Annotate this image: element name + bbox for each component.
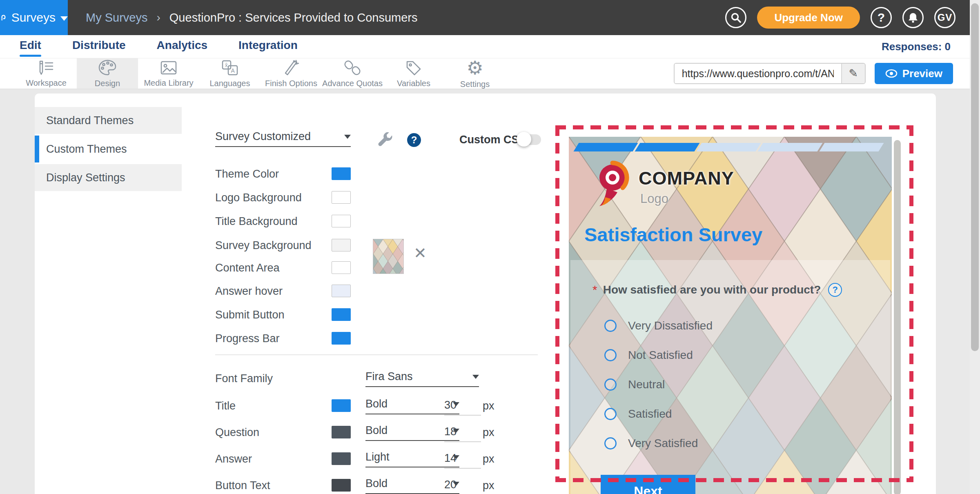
upgrade-now-button[interactable]: Upgrade Now bbox=[757, 7, 860, 29]
title-size-input[interactable]: 30 bbox=[444, 399, 481, 416]
sidebar-item-standard-themes[interactable]: Standard Themes bbox=[35, 107, 182, 134]
preview-scrollbar-thumb[interactable] bbox=[894, 140, 901, 494]
top-bar: Surveys My Surveys › QuestionPro : Servi… bbox=[0, 0, 980, 35]
toolbar-item-languages[interactable]: x̂ A Languages bbox=[199, 58, 261, 89]
progress-segment bbox=[758, 143, 823, 151]
tab-distribute[interactable]: Distribute bbox=[72, 39, 126, 54]
wrench-icon[interactable] bbox=[376, 131, 394, 149]
answer-option[interactable]: Very Satisfied bbox=[604, 437, 698, 450]
toolbar-item-media-library[interactable]: Media Library bbox=[138, 58, 199, 89]
answer-option[interactable]: Neutral bbox=[604, 378, 665, 391]
help-button[interactable]: ? bbox=[871, 7, 892, 28]
toolbar-item-advance-quotas[interactable]: Advance Quotas bbox=[322, 58, 383, 89]
notifications-button[interactable] bbox=[902, 7, 924, 28]
answer-size-input[interactable]: 14 bbox=[444, 452, 481, 469]
svg-text:x̂: x̂ bbox=[225, 62, 228, 68]
workspace-icon bbox=[37, 60, 55, 76]
title-color-swatch[interactable] bbox=[332, 399, 351, 412]
button-text-size-input[interactable]: 20 bbox=[444, 478, 481, 494]
responses-count[interactable]: Responses: 0 bbox=[882, 40, 980, 53]
answer-option[interactable]: Satisfied bbox=[604, 407, 672, 421]
toolbar-item-label: Advance Quotas bbox=[322, 79, 383, 88]
toolbar-item-label: Settings bbox=[460, 80, 490, 89]
logo-background-swatch[interactable] bbox=[332, 191, 351, 204]
font-family-label: Font Family bbox=[215, 372, 273, 385]
survey-background-swatch[interactable] bbox=[332, 239, 351, 251]
eye-icon bbox=[885, 69, 898, 78]
survey-url-input[interactable] bbox=[675, 64, 841, 83]
answer-option-label: Very Satisfied bbox=[628, 437, 698, 450]
account-avatar[interactable]: GV bbox=[934, 7, 956, 28]
custom-css-toggle[interactable] bbox=[517, 133, 541, 145]
svg-text:A: A bbox=[231, 67, 235, 74]
question-color-swatch[interactable] bbox=[332, 426, 351, 438]
breadcrumb: My Surveys › QuestionPro : Services Prov… bbox=[86, 11, 417, 24]
search-button[interactable] bbox=[725, 7, 746, 28]
content-area-swatch[interactable] bbox=[332, 261, 351, 274]
page-scrollbar-thumb[interactable] bbox=[971, 3, 979, 351]
font-row-label: Answer bbox=[215, 453, 252, 465]
tab-integration[interactable]: Integration bbox=[238, 39, 298, 54]
page-scrollbar[interactable] bbox=[970, 0, 980, 494]
unit-label: px bbox=[483, 453, 494, 465]
radio-icon[interactable] bbox=[604, 378, 617, 391]
media-library-icon bbox=[159, 60, 178, 76]
tab-edit[interactable]: Edit bbox=[20, 39, 41, 54]
company-logo: COMPANY Logo bbox=[589, 160, 734, 211]
sidebar-item-custom-themes[interactable]: Custom Themes bbox=[35, 136, 182, 162]
theme-color-swatch[interactable] bbox=[332, 167, 351, 180]
color-row-label: Submit Button bbox=[215, 309, 285, 321]
survey-progress-bar bbox=[573, 143, 886, 151]
toolbar-item-settings[interactable]: ⚙ Settings bbox=[444, 58, 506, 89]
answer-hover-swatch[interactable] bbox=[332, 285, 351, 297]
required-marker: * bbox=[592, 283, 597, 297]
company-pin-icon bbox=[589, 160, 635, 211]
remove-background-button[interactable]: ✕ bbox=[414, 245, 427, 261]
edit-url-button[interactable]: ✎ bbox=[841, 64, 865, 83]
breadcrumb-separator: › bbox=[156, 11, 160, 24]
weight-value: Bold bbox=[365, 477, 388, 490]
progress-segment bbox=[635, 143, 700, 151]
theme-select[interactable]: Survey Customized bbox=[215, 130, 351, 147]
chevron-down-icon bbox=[472, 375, 479, 379]
radio-icon[interactable] bbox=[604, 437, 617, 449]
preview-dashed-border-right bbox=[909, 125, 913, 482]
progress-bar-swatch[interactable] bbox=[332, 332, 351, 345]
preview-button[interactable]: Preview bbox=[875, 63, 953, 84]
survey-background-thumbnail[interactable] bbox=[373, 239, 404, 274]
button-text-color-swatch[interactable] bbox=[332, 479, 351, 492]
sidebar-item-display-settings[interactable]: Display Settings bbox=[35, 164, 182, 191]
radio-icon[interactable] bbox=[604, 320, 617, 332]
question-help-icon[interactable]: ? bbox=[828, 283, 842, 297]
radio-icon[interactable] bbox=[604, 349, 617, 361]
brand-menu[interactable]: Surveys bbox=[0, 0, 68, 35]
answer-option-label: Satisfied bbox=[628, 407, 672, 421]
toolbar-item-workspace[interactable]: Workspace bbox=[16, 58, 77, 89]
answer-option[interactable]: Not Satisfied bbox=[604, 349, 693, 362]
themes-sidebar: Standard Themes Custom Themes Display Se… bbox=[35, 107, 182, 193]
answer-color-swatch[interactable] bbox=[332, 452, 351, 465]
theme-help-icon[interactable]: ? bbox=[407, 133, 421, 147]
brand-label: Surveys bbox=[11, 11, 56, 24]
font-family-value: Fira Sans bbox=[365, 370, 413, 383]
progress-segment bbox=[819, 143, 884, 151]
toolbar-item-variables[interactable]: Variables bbox=[383, 58, 444, 89]
radio-icon[interactable] bbox=[604, 408, 617, 420]
live-preview-zone: COMPANY Logo Satisfaction Survey * How s… bbox=[555, 125, 913, 482]
title-background-swatch[interactable] bbox=[332, 215, 351, 227]
font-row-label: Question bbox=[215, 426, 259, 439]
answer-option-label: Not Satisfied bbox=[628, 349, 693, 362]
answer-option[interactable]: Very Dissatisfied bbox=[604, 319, 713, 332]
breadcrumb-my-surveys[interactable]: My Surveys bbox=[86, 11, 147, 24]
question-text: How satisfied are you with our product? bbox=[603, 283, 821, 296]
preview-scrollbar[interactable] bbox=[894, 140, 901, 494]
toolbar-item-design[interactable]: Design bbox=[77, 58, 138, 89]
variables-tag-icon bbox=[405, 59, 423, 76]
tab-analytics[interactable]: Analytics bbox=[157, 39, 208, 54]
font-family-select[interactable]: Fira Sans bbox=[365, 370, 479, 387]
submit-button-swatch[interactable] bbox=[332, 308, 351, 321]
survey-title: Satisfaction Survey bbox=[584, 223, 762, 246]
question-size-input[interactable]: 18 bbox=[444, 425, 481, 442]
languages-icon: x̂ A bbox=[220, 59, 239, 76]
toolbar-item-finish-options[interactable]: Finish Options bbox=[261, 58, 322, 89]
